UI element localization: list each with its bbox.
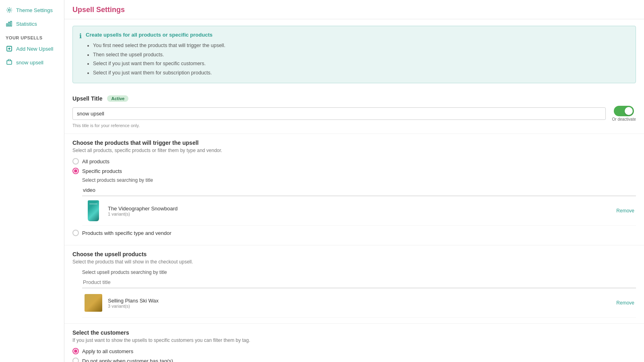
info-bullet-3: Select if you just want them for specifi… bbox=[93, 59, 225, 68]
radio-all-products[interactable]: All products bbox=[72, 158, 636, 165]
sidebar-item-theme-settings[interactable]: Theme Settings bbox=[0, 3, 64, 17]
gear-icon bbox=[6, 6, 13, 14]
remove-skiwax-button[interactable]: Remove bbox=[616, 300, 634, 306]
radio-no-tag[interactable]: Do not apply when customer has tag(s) bbox=[72, 358, 636, 362]
radio-all-label: All products bbox=[82, 158, 109, 165]
remove-snowboard-button[interactable]: Remove bbox=[616, 208, 634, 214]
svg-rect-1 bbox=[6, 24, 8, 26]
info-box-list: You first need select the products that … bbox=[86, 41, 225, 77]
your-upsells-section-label: Your Upsells bbox=[0, 31, 64, 42]
trigger-product-item-1: The Videographer Snowboard 1 variant(s) … bbox=[82, 196, 636, 226]
trigger-section: Choose the products that will trigger th… bbox=[64, 134, 644, 245]
upsell-title-section: Upsell Title Active Or deactivate This t… bbox=[64, 90, 644, 134]
upsell-title-label: Upsell Title bbox=[72, 95, 102, 102]
upsell-search-subsection: Select upsell products searching by titl… bbox=[82, 269, 636, 318]
sidebar-item-snow-upsell[interactable]: snow upsell bbox=[0, 56, 64, 69]
radio-type-vendor-label: Products with specific type and vendor bbox=[82, 230, 171, 236]
trigger-section-heading: Choose the products that will trigger th… bbox=[72, 140, 636, 146]
radio-all-customers[interactable]: Apply to all customers bbox=[72, 348, 636, 354]
product-variants-skiwax: 3 variant(s) bbox=[108, 304, 611, 309]
svg-point-0 bbox=[8, 9, 10, 11]
snowboard-image bbox=[88, 200, 99, 221]
info-box-heading: Create upsells for all products or speci… bbox=[86, 32, 225, 38]
toggle-container: Or deactivate bbox=[612, 106, 636, 121]
radio-circle-specific bbox=[72, 168, 79, 174]
radio-circle-all bbox=[72, 158, 79, 165]
product-variants-snowboard: 1 variant(s) bbox=[108, 212, 611, 216]
radio-no-tag-label: Do not apply when customer has tag(s) bbox=[82, 358, 173, 362]
theme-settings-label: Theme Settings bbox=[16, 7, 53, 13]
radio-all-customers-label: Apply to all customers bbox=[82, 348, 133, 354]
svg-rect-2 bbox=[8, 22, 10, 26]
toggle-track[interactable] bbox=[614, 106, 634, 116]
info-box-content: Create upsells for all products or speci… bbox=[86, 32, 225, 77]
activate-toggle[interactable] bbox=[614, 106, 634, 116]
toggle-thumb bbox=[625, 107, 633, 115]
product-thumbnail-snowboard bbox=[84, 200, 103, 222]
radio-circle-no-tag bbox=[72, 358, 79, 362]
upsell-title-input[interactable] bbox=[72, 107, 606, 120]
upsell-products-heading: Choose the upsell products bbox=[72, 251, 636, 257]
info-bullet-1: You first need select the products that … bbox=[93, 41, 225, 50]
snow-upsell-label: snow upsell bbox=[16, 60, 43, 66]
snow-upsell-icon bbox=[6, 59, 13, 66]
sidebar-item-statistics[interactable]: Statistics bbox=[0, 17, 64, 31]
main-content: Upsell Settings ℹ Create upsells for all… bbox=[64, 0, 644, 362]
radio-specific-products[interactable]: Specific products bbox=[72, 168, 636, 174]
active-badge: Active bbox=[107, 95, 128, 102]
svg-rect-3 bbox=[10, 21, 12, 26]
page-title-bar: Upsell Settings bbox=[64, 0, 644, 19]
sidebar-item-add-new-upsell[interactable]: Add New Upsell bbox=[0, 42, 64, 56]
product-name-skiwax: Selling Plans Ski Wax bbox=[108, 298, 611, 304]
add-icon bbox=[6, 45, 13, 52]
add-new-upsell-label: Add New Upsell bbox=[16, 46, 54, 52]
chart-icon bbox=[6, 20, 13, 27]
ski-wax-image bbox=[85, 294, 102, 312]
trigger-section-sub: Select all products, specific products o… bbox=[72, 148, 636, 153]
info-box: ℹ Create upsells for all products or spe… bbox=[72, 26, 636, 83]
sidebar: Theme Settings Statistics Your Upsells A… bbox=[0, 0, 64, 362]
radio-circle-all-customers bbox=[72, 348, 79, 354]
customers-radio-group: Apply to all customers Do not apply when… bbox=[72, 348, 636, 362]
customers-sub: If you just want to show the upsells to … bbox=[72, 337, 636, 343]
trigger-search-input[interactable] bbox=[82, 185, 636, 196]
product-thumbnail-skiwax bbox=[84, 292, 103, 314]
upsell-products-sub: Select the products that will show in th… bbox=[72, 259, 636, 265]
page-title: Upsell Settings bbox=[72, 6, 636, 14]
info-icon: ℹ bbox=[79, 32, 82, 77]
customers-section: Select the customers If you just want to… bbox=[64, 324, 644, 362]
radio-type-vendor[interactable]: Products with specific type and vendor bbox=[72, 230, 636, 236]
radio-circle-type-vendor bbox=[72, 230, 79, 236]
upsell-search-label: Select upsell products searching by titl… bbox=[82, 269, 636, 275]
product-name-snowboard: The Videographer Snowboard bbox=[108, 206, 611, 212]
toggle-label: Or deactivate bbox=[612, 117, 636, 121]
statistics-label: Statistics bbox=[16, 21, 37, 27]
upsell-search-input[interactable] bbox=[82, 277, 636, 288]
product-info-snowboard: The Videographer Snowboard 1 variant(s) bbox=[108, 206, 611, 216]
title-helper-text: This title is for your reference only. bbox=[72, 123, 636, 128]
product-info-skiwax: Selling Plans Ski Wax 3 variant(s) bbox=[108, 298, 611, 309]
trigger-radio-group: All products Specific products bbox=[72, 158, 636, 174]
trigger-search-label: Select products searching by title bbox=[82, 177, 636, 183]
radio-specific-label: Specific products bbox=[82, 168, 122, 174]
upsell-product-item-1: Selling Plans Ski Wax 3 variant(s) Remov… bbox=[82, 288, 636, 318]
trigger-search-subsection: Select products searching by title The V… bbox=[82, 177, 636, 226]
customers-heading: Select the customers bbox=[72, 329, 636, 336]
upsell-products-section: Choose the upsell products Select the pr… bbox=[64, 245, 644, 324]
info-bullet-2: Then select the upsell products. bbox=[93, 50, 225, 60]
info-bullet-4: Select if you just want them for subscri… bbox=[93, 68, 225, 78]
